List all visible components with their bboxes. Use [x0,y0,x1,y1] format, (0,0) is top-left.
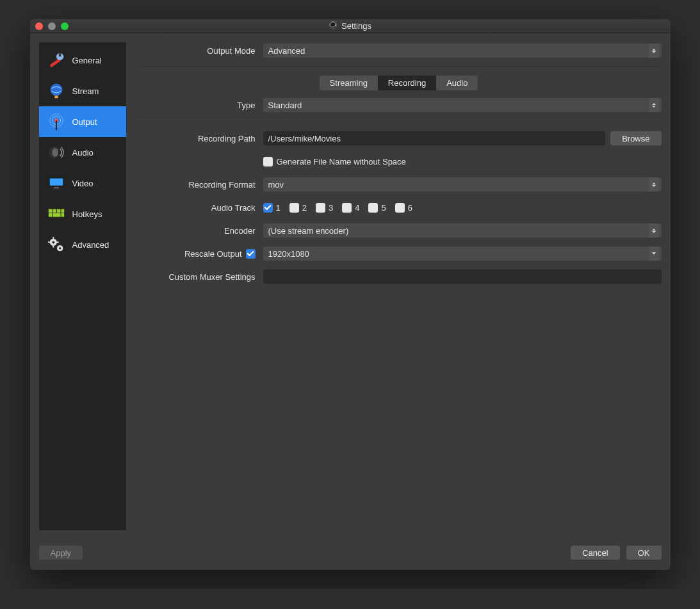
recording-format-label: Recording Format [136,180,258,190]
svg-point-26 [59,247,61,249]
svg-rect-15 [52,188,60,190]
close-window-button[interactable] [35,22,43,30]
main-panel: Output Mode Advanced Streaming Recording… [136,42,662,530]
svg-rect-22 [61,213,64,217]
audio-track-5-checkbox[interactable] [368,203,378,213]
audio-track-number: 5 [381,203,386,213]
generate-filename-no-space-label: Generate File Name without Space [277,157,406,166]
sidebar-item-label: Output [72,117,97,127]
audio-track-4-checkbox[interactable] [342,203,352,213]
recording-path-input[interactable]: /Users/mike/Movies [263,131,606,145]
sidebar-item-output[interactable]: Output [39,106,126,137]
sidebar-item-audio[interactable]: Audio [39,137,126,168]
tab-audio[interactable]: Audio [436,76,478,90]
svg-rect-27 [53,237,54,240]
audio-track-label: Audio Track [136,203,258,213]
custom-muxer-label: Custom Muxer Settings [136,272,258,282]
zoom-window-button[interactable] [61,22,69,30]
svg-rect-19 [61,209,64,213]
sidebar-item-label: Video [72,179,94,188]
encoder-label: Encoder [136,226,258,236]
monitor-icon [45,172,67,194]
svg-point-11 [52,148,58,156]
audio-track-number: 3 [329,203,333,213]
rescale-output-label: Rescale Output [184,249,242,259]
svg-rect-21 [53,213,60,217]
svg-rect-16 [48,209,52,213]
svg-point-4 [50,84,62,96]
audio-track-group: 1 2 3 4 5 6 [263,203,412,213]
chevrons-icon [649,98,659,112]
svg-rect-5 [54,96,58,99]
custom-muxer-input[interactable] [263,270,662,284]
minimize-window-button[interactable] [48,22,56,30]
titlebar: Settings [30,19,671,33]
svg-rect-17 [53,209,56,213]
chevrons-icon [649,223,659,238]
svg-rect-29 [47,241,50,243]
sidebar-item-label: Hotkeys [72,209,102,219]
window-controls [35,22,69,30]
chevron-down-icon [649,247,659,261]
output-mode-label: Output Mode [136,46,258,56]
audio-track-2-checkbox[interactable] [289,203,299,213]
audio-track-number: 2 [302,203,307,213]
tab-streaming[interactable]: Streaming [320,76,378,90]
settings-sidebar: General Stream Output Audio [39,42,126,530]
separator [136,67,662,68]
ok-button[interactable]: OK [626,546,662,560]
svg-rect-30 [56,241,59,243]
sidebar-item-label: Advanced [72,240,110,250]
audio-track-number: 1 [276,203,281,213]
svg-rect-28 [53,245,54,248]
output-tabs: Streaming Recording Audio [136,76,662,90]
svg-rect-18 [56,209,60,213]
rescale-output-checkbox[interactable] [246,249,256,259]
dialog-footer: Apply Cancel OK [30,539,671,570]
type-label: Type [136,101,258,110]
sidebar-item-hotkeys[interactable]: Hotkeys [39,199,126,229]
tab-recording[interactable]: Recording [378,76,436,90]
recording-format-select[interactable]: mov [263,177,662,191]
window-title: Settings [30,20,671,31]
speaker-icon [45,142,67,163]
sidebar-item-stream[interactable]: Stream [39,76,126,106]
browse-button[interactable]: Browse [610,131,661,145]
output-mode-select[interactable]: Advanced [263,44,662,58]
sidebar-item-video[interactable]: Video [39,168,126,199]
apply-button[interactable]: Apply [39,546,83,560]
cancel-button[interactable]: Cancel [571,546,619,560]
chevrons-icon [649,44,659,58]
svg-rect-14 [54,187,59,189]
generate-filename-no-space-checkbox[interactable] [263,157,273,166]
separator [136,121,662,122]
recording-path-label: Recording Path [136,134,258,143]
svg-point-0 [329,21,337,29]
sidebar-item-label: General [72,56,102,65]
audio-track-3-checkbox[interactable] [316,203,325,213]
type-select[interactable]: Standard [263,98,662,112]
sidebar-item-general[interactable]: General [39,45,126,76]
audio-track-number: 4 [355,203,359,213]
svg-rect-13 [49,179,63,186]
wrench-icon [45,49,67,71]
sidebar-item-label: Audio [72,148,94,158]
svg-rect-3 [58,53,61,57]
audio-track-6-checkbox[interactable] [395,203,405,213]
keyboard-icon [45,203,67,225]
antenna-icon [45,111,67,133]
svg-rect-20 [48,213,52,217]
rescale-output-select[interactable]: 1920x1080 [263,247,662,261]
obs-icon [329,20,338,31]
encoder-select[interactable]: (Use stream encoder) [263,223,662,238]
audio-track-1-checkbox[interactable] [263,203,273,213]
gears-icon [45,234,67,256]
sidebar-item-advanced[interactable]: Advanced [39,229,126,260]
globe-icon [45,80,67,102]
sidebar-item-label: Stream [72,86,99,96]
chevrons-icon [649,177,659,191]
settings-window: Settings General Stream Output [30,19,671,570]
svg-point-24 [52,241,54,243]
audio-track-number: 6 [408,203,412,213]
